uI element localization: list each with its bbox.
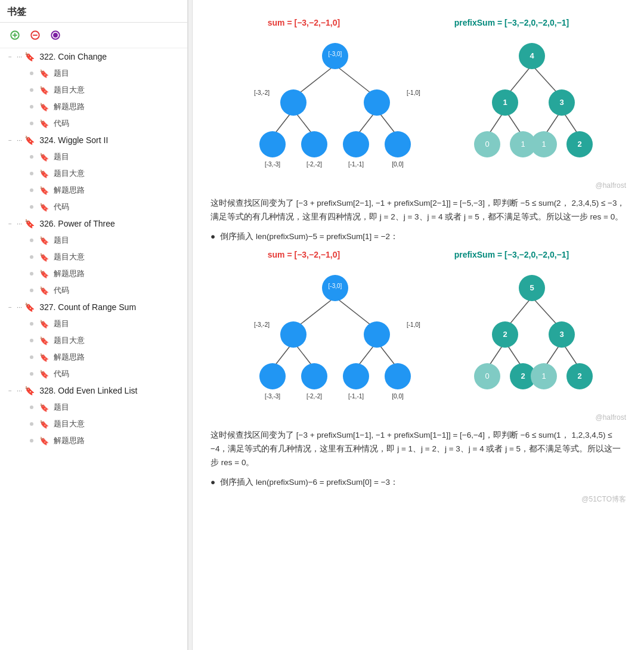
sub-item-326-3[interactable]: 🔖 解题思路 bbox=[0, 265, 187, 282]
sub-item-322-4[interactable]: 🔖 代码 bbox=[0, 115, 187, 132]
sub-label-328-1: 题目 bbox=[54, 402, 69, 413]
dot-326-4 bbox=[30, 289, 33, 292]
sub-item-322-2[interactable]: 🔖 题目大意 bbox=[0, 82, 187, 98]
dot-324-4 bbox=[30, 205, 33, 209]
sub-label-328-3: 解题思路 bbox=[54, 435, 85, 446]
collapse-icon-326: − bbox=[6, 219, 14, 228]
svg-point-15 bbox=[364, 89, 390, 116]
para-2: 这时候查找区间变为了 [−3 + prefixSum[1−1], −1 + pr… bbox=[210, 429, 626, 470]
sub-bookmark-327-2: 🔖 bbox=[39, 336, 49, 345]
dot-326-3 bbox=[30, 272, 33, 276]
sub-label-324-3: 解题思路 bbox=[54, 185, 85, 196]
collapse-icon-324: − bbox=[6, 136, 14, 144]
sub-item-324-3[interactable]: 🔖 解题思路 bbox=[0, 182, 187, 199]
chapter-item-327[interactable]: − ··· 🔖 327. Count of Range Sum bbox=[0, 299, 187, 315]
sub-item-327-3[interactable]: 🔖 解题思路 bbox=[0, 349, 187, 366]
sub-bookmark-327-1: 🔖 bbox=[39, 320, 49, 329]
dot-326-2 bbox=[30, 255, 33, 259]
sub-item-322-1[interactable]: 🔖 题目 bbox=[0, 65, 187, 82]
collapse-icon-328: − bbox=[6, 386, 14, 395]
dot-328-3 bbox=[30, 439, 33, 442]
sub-item-326-4[interactable]: 🔖 代码 bbox=[0, 282, 187, 299]
svg-text:0: 0 bbox=[485, 372, 489, 380]
sub-item-326-2[interactable]: 🔖 题目大意 bbox=[0, 249, 187, 265]
dot-327-4 bbox=[30, 372, 33, 376]
sub-label-326-3: 解题思路 bbox=[54, 268, 85, 279]
watermark-bottom: @51CTO博客 bbox=[210, 494, 626, 504]
sub-item-327-2[interactable]: 🔖 题目大意 bbox=[0, 332, 187, 349]
sub-item-326-1[interactable]: 🔖 题目 bbox=[0, 232, 187, 249]
svg-point-6 bbox=[54, 33, 57, 37]
sub-label-324-4: 代码 bbox=[54, 202, 69, 212]
bookmark-icon-326: 🔖 bbox=[24, 219, 35, 228]
tree-blue-1: [-3,0] [-3,-2] [-1,0] [-3,-3] [-2,-2] [-… bbox=[240, 38, 431, 169]
dots-326: ··· bbox=[17, 220, 22, 227]
sub-label-328-2: 题目大意 bbox=[54, 419, 85, 429]
sub-label-327-3: 解题思路 bbox=[54, 352, 85, 363]
chapter-item-324[interactable]: − ··· 🔖 324. Wiggle Sort II bbox=[0, 132, 187, 148]
remove-bookmark-button[interactable] bbox=[27, 27, 43, 43]
sub-item-328-3[interactable]: 🔖 解题思路 bbox=[0, 432, 187, 449]
svg-text:[-1,0]: [-1,0] bbox=[407, 89, 420, 96]
collapse-icon-327: − bbox=[6, 303, 14, 311]
sub-bookmark-326-4: 🔖 bbox=[39, 286, 49, 295]
sub-label-327-2: 题目大意 bbox=[54, 335, 85, 346]
chapter-title-322: 322. Coin Change bbox=[39, 52, 107, 61]
sub-item-327-1[interactable]: 🔖 题目 bbox=[0, 315, 187, 332]
dot-326-1 bbox=[30, 239, 33, 242]
dot-322-1 bbox=[30, 72, 33, 75]
sub-item-322-3[interactable]: 🔖 解题思路 bbox=[0, 98, 187, 115]
add-bookmark-button[interactable] bbox=[7, 27, 23, 43]
sub-label-322-2: 题目大意 bbox=[54, 85, 85, 95]
sub-item-324-4[interactable]: 🔖 代码 bbox=[0, 199, 187, 215]
svg-text:4: 4 bbox=[530, 51, 534, 60]
svg-point-17 bbox=[301, 131, 327, 157]
chapter-item-326[interactable]: − ··· 🔖 326. Power of Three bbox=[0, 215, 187, 232]
dots-324: ··· bbox=[17, 137, 22, 144]
sub-bookmark-327-3: 🔖 bbox=[39, 353, 49, 362]
watermark-2: @halfrost bbox=[210, 413, 626, 422]
bookmark-icon-324: 🔖 bbox=[24, 135, 35, 145]
svg-text:[-3,-2]: [-3,-2] bbox=[253, 321, 269, 328]
chapter-item-322[interactable]: − ··· 🔖 322. Coin Change bbox=[0, 48, 187, 65]
sub-bookmark-328-3: 🔖 bbox=[39, 437, 49, 445]
sub-item-328-2[interactable]: 🔖 题目大意 bbox=[0, 416, 187, 432]
sub-bookmark-326-1: 🔖 bbox=[39, 236, 49, 245]
svg-point-58 bbox=[343, 363, 369, 389]
dot-322-3 bbox=[30, 105, 33, 109]
bullet-2-text: 倒序插入 len(prefixSum)−6 = prefixSum[0] = −… bbox=[220, 476, 398, 490]
sub-item-324-1[interactable]: 🔖 题目 bbox=[0, 148, 187, 165]
bookmark-icon-328: 🔖 bbox=[24, 386, 35, 395]
sub-label-327-4: 代码 bbox=[54, 369, 69, 379]
para-1: 这时候查找区间变为了 [−3 + prefixSum[2−1], −1 + pr… bbox=[210, 197, 626, 224]
svg-text:3: 3 bbox=[559, 98, 564, 107]
sub-bookmark-324-1: 🔖 bbox=[39, 153, 49, 162]
svg-point-16 bbox=[259, 131, 286, 157]
sum-label-2: sum = [−3,−2,−1,0] bbox=[268, 250, 340, 259]
collapse-icon-322: − bbox=[6, 52, 14, 61]
sub-bookmark-328-1: 🔖 bbox=[39, 403, 49, 412]
sub-item-328-1[interactable]: 🔖 题目 bbox=[0, 399, 187, 416]
sub-bookmark-326-3: 🔖 bbox=[39, 270, 49, 278]
svg-text:[-1,0]: [-1,0] bbox=[407, 321, 420, 328]
chapter-item-328[interactable]: − ··· 🔖 328. Odd Even Linked List bbox=[0, 382, 187, 399]
dots-327: ··· bbox=[17, 304, 22, 311]
svg-text:2: 2 bbox=[577, 372, 581, 380]
svg-point-19 bbox=[385, 131, 411, 157]
filter-bookmark-button[interactable] bbox=[48, 27, 63, 43]
svg-text:[-2,-2]: [-2,-2] bbox=[306, 161, 321, 168]
svg-point-14 bbox=[280, 89, 306, 116]
svg-text:[-1,-1]: [-1,-1] bbox=[348, 161, 363, 168]
sidebar-divider[interactable] bbox=[188, 0, 193, 650]
sub-bookmark-328-2: 🔖 bbox=[39, 420, 49, 429]
watermark-1: @halfrost bbox=[210, 181, 626, 190]
svg-text:[-3,-3]: [-3,-3] bbox=[264, 393, 280, 400]
svg-text:[-3,-2]: [-3,-2] bbox=[253, 89, 269, 96]
sub-item-324-2[interactable]: 🔖 题目大意 bbox=[0, 165, 187, 182]
sub-label-326-2: 题目大意 bbox=[54, 252, 85, 262]
svg-text:[-1,-1]: [-1,-1] bbox=[348, 393, 363, 400]
svg-text:1: 1 bbox=[541, 140, 546, 148]
tree-teal-1: 4 1 3 0 1 1 2 bbox=[466, 38, 597, 169]
prefix-label-2: prefixSum = [−3,−2,0,−2,0,−1] bbox=[454, 250, 569, 259]
sub-item-327-4[interactable]: 🔖 代码 bbox=[0, 366, 187, 382]
